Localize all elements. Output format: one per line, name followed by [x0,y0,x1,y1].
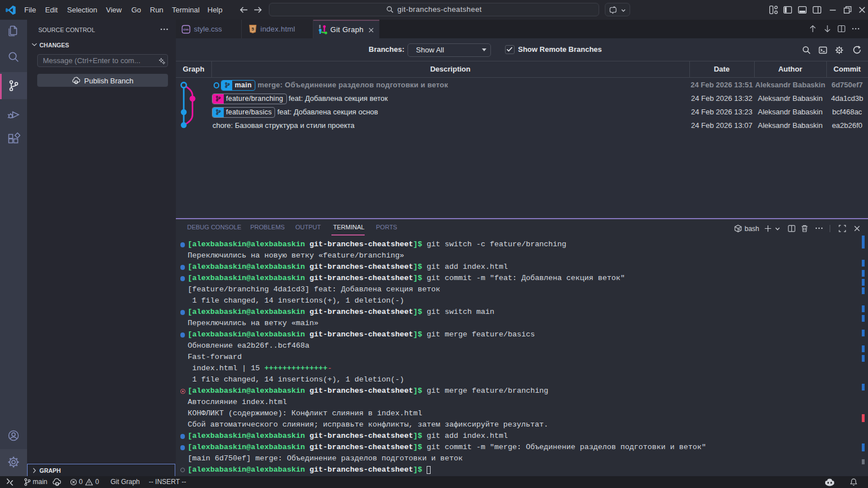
svg-text:5: 5 [251,26,254,32]
svg-text:css: css [183,28,189,31]
